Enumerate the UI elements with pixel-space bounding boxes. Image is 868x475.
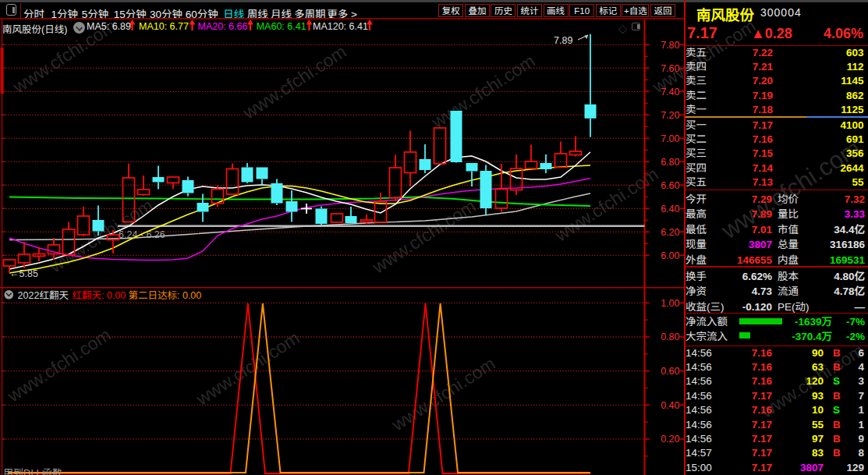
svg-text:0.60: 0.60	[661, 366, 679, 377]
svg-text:2022红翻天: 2022红翻天	[18, 290, 69, 301]
svg-text:6.20: 6.20	[661, 227, 679, 238]
svg-text:0.40: 0.40	[661, 400, 679, 411]
svg-text:第二日达标: 0.00: 第二日达标: 0.00	[129, 290, 202, 301]
svg-text:6.40: 6.40	[661, 204, 679, 214]
svg-text:7.80: 7.80	[661, 40, 679, 51]
svg-text:用到DLL函数: 用到DLL函数	[3, 467, 62, 475]
svg-text:7.60: 7.60	[661, 63, 679, 74]
svg-text:6.00: 6.00	[661, 250, 679, 261]
svg-text:7.40: 7.40	[661, 87, 679, 97]
svg-text:0.20: 0.20	[661, 434, 679, 445]
svg-text:0.80: 0.80	[661, 331, 679, 342]
svg-text:7.20: 7.20	[661, 110, 679, 121]
svg-text:←5.85: ←5.85	[9, 268, 38, 279]
svg-text:红翻天: 0.00: 红翻天: 0.00	[73, 290, 126, 301]
svg-text:6.80: 6.80	[661, 157, 679, 168]
svg-text:6.60: 6.60	[661, 180, 679, 191]
svg-text:7.00: 7.00	[661, 133, 679, 144]
svg-text:7.89: 7.89	[554, 35, 572, 46]
svg-text:1.00: 1.00	[661, 298, 679, 309]
